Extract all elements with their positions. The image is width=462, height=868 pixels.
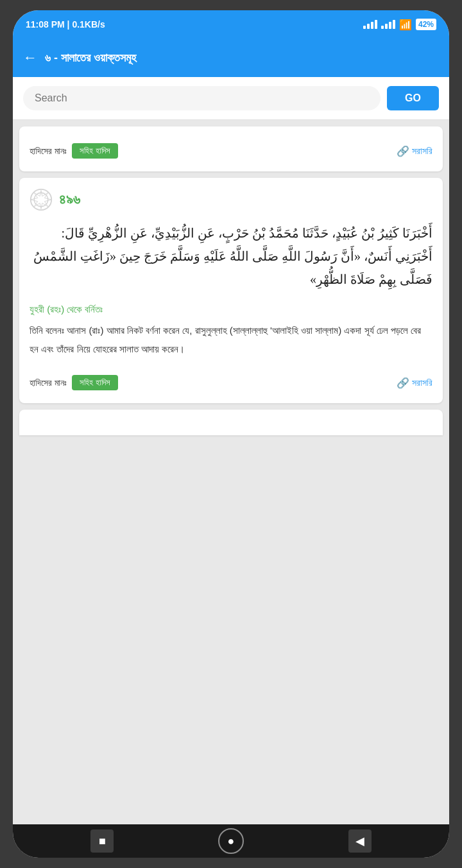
search-bar: GO (13, 77, 449, 120)
search-input[interactable] (23, 86, 381, 110)
svg-point-1 (34, 193, 48, 207)
battery-indicator: 42% (416, 19, 436, 30)
hadith-number: ৪৯৬ (59, 191, 80, 208)
circle-icon: ● (228, 835, 235, 848)
card-footer-top: হাদিসের মানঃ সহিহ হাদিস 🔗 সরাসরি (30, 137, 432, 161)
nav-square-button[interactable]: ■ (90, 829, 114, 853)
bottom-nav: ■ ● ◀ (13, 824, 449, 858)
wifi-icon: 📶 (399, 19, 412, 31)
go-button[interactable]: GO (387, 86, 439, 110)
app-header: ← ৬ - সালাতের ওয়াক্তসমূহ (13, 39, 449, 77)
status-bar: 11:08 PM | 0.1KB/s 📶 42% (13, 10, 449, 39)
back-button[interactable]: ← (23, 49, 37, 66)
narrator-label: যুহরী (রহঃ) থেকে বর্নিতঃ (30, 304, 432, 315)
hadith-card-partial: হাদিসের মানঃ সহিহ হাদিস 🔗 সরাসরি (19, 126, 443, 171)
triangle-icon: ◀ (355, 834, 364, 848)
sahih-badge-top: সহিহ হাদিস (72, 143, 118, 159)
nav-back-button[interactable]: ◀ (348, 829, 372, 853)
square-icon: ■ (99, 835, 106, 848)
external-link-icon: 🔗 (397, 145, 409, 157)
hadith-card-next-partial (19, 410, 443, 435)
hadith-number-row: ৪৯৬ (30, 188, 432, 211)
hadith-card-496: ৪৯৬ أَخْبَرَنَا كَثِيرُ بْنُ عُبَيْدٍ، ح… (19, 178, 443, 403)
sahih-badge-496: সহিহ হাদিস (72, 375, 118, 390)
sarasari-link-496[interactable]: 🔗 সরাসরি (397, 377, 432, 389)
hadis-label-top: হাদিসের মানঃ (30, 146, 67, 157)
phone-frame: 11:08 PM | 0.1KB/s 📶 42% ← ৬ - সালাতের ও… (13, 10, 449, 858)
main-content: হাদিসের মানঃ সহিহ হাদিস 🔗 সরাসরি ৪৯৬ (13, 120, 449, 824)
header-title: ৬ - সালাতের ওয়াক্তসমূহ (45, 51, 439, 65)
arabic-text: أَخْبَرَنَا كَثِيرُ بْنُ عُبَيْدٍ، حَدَّ… (30, 221, 432, 291)
sarasari-link-top[interactable]: 🔗 সরাসরি (397, 145, 432, 157)
status-icons: 📶 42% (363, 19, 436, 31)
nav-circle-button[interactable]: ● (218, 828, 244, 854)
signal-icon-2 (381, 20, 395, 29)
status-time: 11:08 PM | 0.1KB/s (26, 19, 105, 30)
hadith-rosette-icon (30, 188, 53, 211)
card-footer-496: হাদিসের মানঃ সহিহ হাদিস 🔗 সরাসরি (30, 369, 432, 393)
bengali-translation: তিনি বলেনঃ আনাস (রাঃ) আমার নিকট বর্ণনা ক… (30, 322, 432, 358)
signal-icon (363, 20, 377, 29)
external-link-icon-2: 🔗 (397, 377, 409, 389)
hadis-label-496: হাদিসের মানঃ (30, 378, 67, 388)
